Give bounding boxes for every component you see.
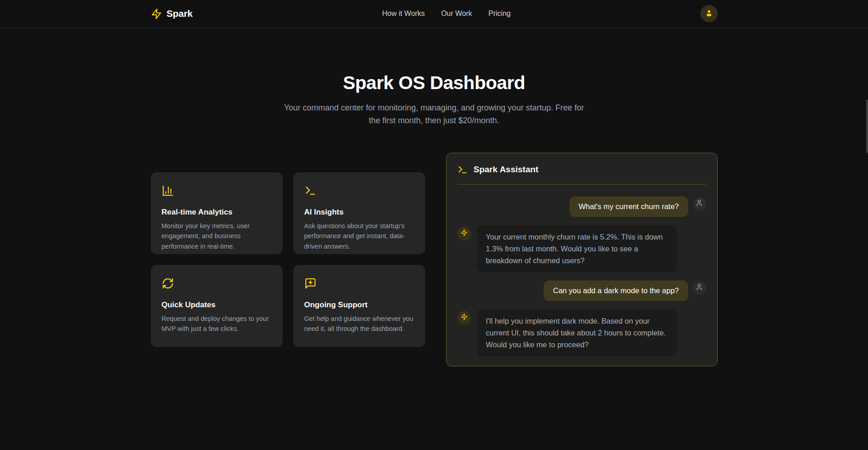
user-avatar [693, 197, 706, 211]
feature-title: Quick Updates [162, 300, 272, 310]
chat-message-user: What's my current churn rate? [457, 196, 706, 217]
nav-link-how-it-works[interactable]: How it Works [382, 10, 425, 18]
feature-description: Monitor your key metrics, user engagemen… [162, 221, 272, 251]
assistant-avatar [457, 227, 471, 240]
feature-card-ongoing-support: Ongoing Support Get help and guidance wh… [293, 265, 425, 347]
navbar: Spark How it Works Our Work Pricing [0, 0, 868, 28]
chat-message-assistant: Your current monthly churn rate is 5.2%.… [457, 225, 706, 272]
feature-card-ai-insights: AI Insights Ask questions about your sta… [293, 172, 425, 254]
terminal-icon [304, 190, 317, 198]
assistant-avatar [457, 311, 471, 325]
page-scrollbar [866, 0, 868, 450]
chat-header: Spark Assistant [457, 165, 706, 175]
chat-message-user: Can you add a dark mode to the app? [457, 280, 706, 301]
feature-description: Ask questions about your startup's perfo… [304, 221, 414, 251]
user-avatar [693, 281, 706, 295]
nav-link-our-work[interactable]: Our Work [441, 10, 472, 18]
user-icon [695, 283, 703, 293]
feature-title: AI Insights [304, 208, 414, 217]
nav-links: How it Works Our Work Pricing [382, 10, 511, 18]
page-title: Spark OS Dashboard [0, 72, 868, 94]
chat-header-divider [457, 184, 706, 185]
chat-message-assistant: I'll help you implement dark mode. Based… [457, 309, 706, 356]
message-square-plus-icon [304, 283, 317, 291]
user-icon [704, 9, 714, 19]
brand-name: Spark [167, 8, 193, 19]
brand-logo[interactable]: Spark [151, 8, 193, 20]
page-subtitle: Your command center for monitoring, mana… [280, 102, 589, 127]
nav-link-pricing[interactable]: Pricing [488, 10, 511, 18]
user-icon [695, 199, 703, 209]
zap-icon [151, 8, 162, 20]
refresh-icon [162, 283, 174, 291]
user-message-bubble: Can you add a dark mode to the app? [544, 280, 688, 301]
zap-icon [461, 229, 468, 238]
feature-title: Real-time Analytics [162, 208, 272, 217]
user-avatar-button[interactable] [700, 5, 718, 22]
feature-card-realtime-analytics: Real-time Analytics Monitor your key met… [151, 172, 283, 254]
assistant-message-bubble: I'll help you implement dark mode. Based… [477, 309, 677, 356]
scrollbar-thumb[interactable] [866, 100, 868, 153]
bar-chart-icon [162, 190, 174, 198]
feature-description: Get help and guidance whenever you need … [304, 314, 414, 334]
chat-title: Spark Assistant [474, 165, 539, 175]
main-section: Real-time Analytics Monitor your key met… [0, 153, 868, 366]
user-message-bubble: What's my current churn rate? [570, 196, 688, 217]
hero-section: Spark OS Dashboard Your command center f… [0, 28, 868, 127]
terminal-icon [457, 165, 468, 175]
assistant-message-bubble: Your current monthly churn rate is 5.2%.… [477, 225, 677, 272]
feature-title: Ongoing Support [304, 300, 414, 310]
features-grid: Real-time Analytics Monitor your key met… [151, 172, 425, 347]
spark-assistant-panel: Spark Assistant What's my current churn … [446, 153, 718, 366]
zap-icon [461, 313, 468, 322]
feature-description: Request and deploy changes to your MVP w… [162, 314, 272, 334]
chat-messages: What's my current churn rate? Your curre… [457, 196, 706, 356]
feature-card-quick-updates: Quick Updates Request and deploy changes… [151, 265, 283, 347]
